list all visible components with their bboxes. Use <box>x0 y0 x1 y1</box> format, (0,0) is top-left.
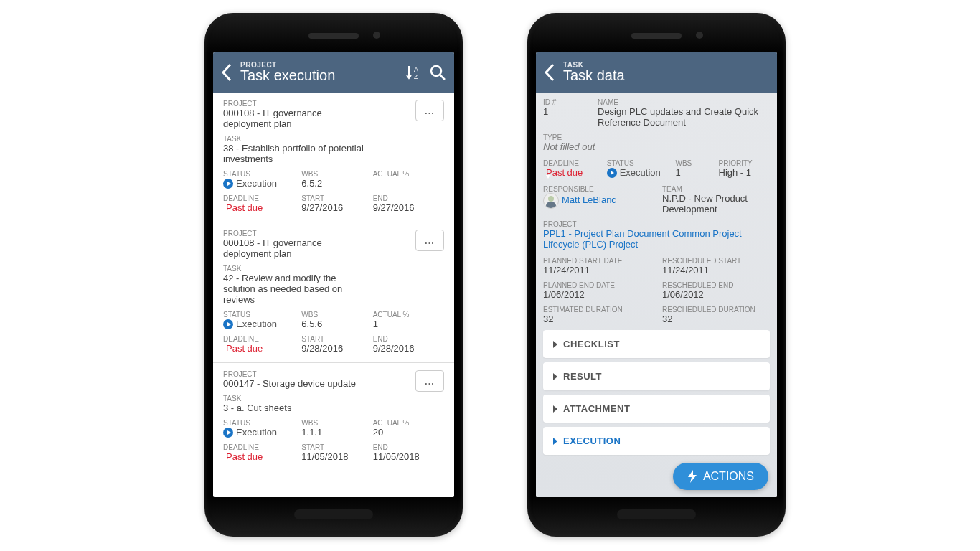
label-detail-project: PROJECT <box>543 220 770 228</box>
play-icon <box>223 428 233 438</box>
svg-text:A: A <box>414 66 418 73</box>
more-button[interactable]: ... <box>415 370 444 392</box>
header-overline: PROJECT <box>240 61 398 69</box>
value-end: 9/28/2016 <box>373 343 444 354</box>
value-wbs: 1 <box>675 167 711 178</box>
value-responsible[interactable]: Matt LeBlanc <box>543 193 651 209</box>
value-rstart: 11/24/2011 <box>662 265 770 276</box>
label-end: END <box>373 443 444 451</box>
header-title: Task execution <box>240 67 398 84</box>
value-deadline: Past due <box>223 451 301 462</box>
sort-az-icon[interactable]: AZ <box>404 63 423 82</box>
label-project: PROJECT <box>223 230 444 237</box>
label-name: NAME <box>598 98 770 106</box>
task-card[interactable]: ... PROJECT 000108 - IT governance deplo… <box>213 93 454 222</box>
value-deadline: Past due <box>223 202 301 213</box>
label-rstart: RESCHEDULED START <box>662 257 770 265</box>
chevron-right-icon <box>553 405 557 413</box>
back-button[interactable] <box>220 62 235 83</box>
task-card[interactable]: ... PROJECT 000108 - IT governance deplo… <box>213 222 454 363</box>
value-pstart: 11/24/2011 <box>543 265 651 276</box>
label-deadline: DEADLINE <box>223 335 301 343</box>
accordion-checklist[interactable]: CHECKLIST <box>543 330 770 358</box>
value-priority: High - 1 <box>719 167 771 178</box>
label-rdur: RESCHEDULED DURATION <box>662 306 770 314</box>
label-end: END <box>373 194 444 202</box>
label-project: PROJECT <box>223 100 444 108</box>
value-status: Execution <box>223 319 301 329</box>
label-deadline: DEADLINE <box>223 194 301 202</box>
play-icon <box>223 319 233 329</box>
actions-button[interactable]: ACTIONS <box>673 463 768 490</box>
value-detail-project[interactable]: PPL1 - Project Plan Document Common Proj… <box>543 228 770 250</box>
value-project: 000108 - IT governance deployment plan <box>223 237 367 259</box>
more-button[interactable]: ... <box>415 100 444 121</box>
value-status: Execution <box>607 167 669 178</box>
accordion-attachment[interactable]: ATTACHMENT <box>543 395 770 423</box>
value-wbs: 6.5.2 <box>301 178 372 189</box>
accordion-result[interactable]: RESULT <box>543 362 770 390</box>
camera-dot <box>373 32 380 39</box>
value-start: 11/05/2018 <box>301 451 372 462</box>
label-status: STATUS <box>223 311 301 319</box>
chevron-right-icon <box>553 373 557 380</box>
value-actual: 1 <box>373 319 444 329</box>
header-left: PROJECT Task execution AZ <box>213 52 454 93</box>
label-start: START <box>301 335 372 343</box>
camera-dot <box>696 32 703 39</box>
chevron-right-icon <box>553 438 557 445</box>
label-id: ID # <box>543 98 586 106</box>
value-end: 11/05/2018 <box>373 451 444 462</box>
value-task: 42 - Review and modify the solution as n… <box>223 273 367 305</box>
label-project: PROJECT <box>223 370 444 378</box>
label-responsible: RESPONSIBLE <box>543 185 651 193</box>
header-text: PROJECT Task execution <box>240 61 398 84</box>
label-actual: ACTUAL % <box>373 311 444 319</box>
svg-point-2 <box>431 66 441 76</box>
label-rend: RESCHEDULED END <box>662 281 770 289</box>
task-list[interactable]: ... PROJECT 000108 - IT governance deplo… <box>213 93 454 471</box>
label-wbs: WBS <box>301 419 372 427</box>
label-status: STATUS <box>223 170 301 178</box>
label-start: START <box>301 443 372 451</box>
value-status: Execution <box>223 178 301 189</box>
value-rdur: 32 <box>662 314 770 324</box>
header-right: TASK Task data <box>536 52 777 93</box>
earpiece <box>631 33 682 39</box>
label-pend: PLANNED END DATE <box>543 281 651 289</box>
value-project: 000147 - Storage device update <box>223 378 367 389</box>
value-actual: 20 <box>373 427 444 438</box>
svg-text:Z: Z <box>414 73 418 80</box>
value-wbs: 6.5.6 <box>301 319 372 329</box>
header-title: Task data <box>563 67 770 84</box>
phone-left: PROJECT Task execution AZ ... PROJECT 00… <box>204 13 463 537</box>
value-team: N.P.D - New Product Development <box>662 193 770 215</box>
earpiece <box>308 33 359 39</box>
label-type: TYPE <box>543 133 770 141</box>
chevron-right-icon <box>553 341 557 348</box>
avatar <box>543 193 559 209</box>
play-icon <box>223 179 233 189</box>
label-end: END <box>373 335 444 343</box>
label-wbs: WBS <box>301 170 372 178</box>
value-id: 1 <box>543 106 586 117</box>
value-type: Not filled out <box>543 141 770 152</box>
label-status: STATUS <box>607 159 669 167</box>
task-detail: ID # 1 NAME Design PLC updates and Creat… <box>536 93 777 497</box>
label-task: TASK <box>223 265 444 273</box>
accordion-execution[interactable]: EXECUTION <box>543 427 770 455</box>
more-button[interactable]: ... <box>415 230 444 251</box>
label-status: STATUS <box>223 419 301 427</box>
back-button[interactable] <box>543 62 557 83</box>
value-pend: 1/06/2012 <box>543 289 651 300</box>
value-deadline: Past due <box>223 343 301 354</box>
phone-right: TASK Task data ID # 1 NAME Design PLC up… <box>527 13 786 537</box>
value-task: 3 - a. Cut sheets <box>223 402 367 413</box>
label-pstart: PLANNED START DATE <box>543 257 651 265</box>
task-card[interactable]: ... PROJECT 000147 - Storage device upda… <box>213 363 454 471</box>
label-start: START <box>301 194 372 202</box>
search-icon[interactable] <box>428 63 447 82</box>
screen-right: TASK Task data ID # 1 NAME Design PLC up… <box>536 52 777 497</box>
screen-left: PROJECT Task execution AZ ... PROJECT 00… <box>213 52 454 497</box>
value-wbs: 1.1.1 <box>301 427 372 438</box>
